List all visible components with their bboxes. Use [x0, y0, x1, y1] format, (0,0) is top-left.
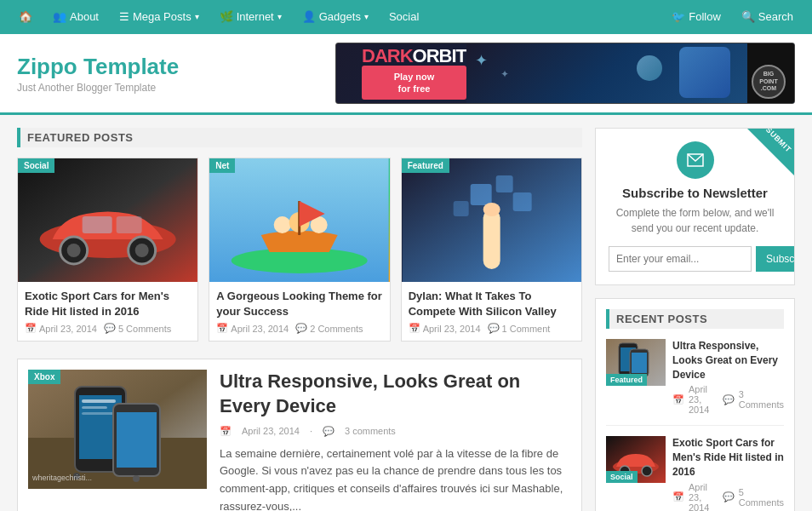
card-date: 📅 April 23, 2014 — [25, 323, 97, 334]
big-post-meta: 📅 April 23, 2014 · 💬 3 comments — [220, 426, 571, 437]
card-badge: Featured — [402, 158, 449, 173]
svg-rect-6 — [83, 216, 112, 233]
caret-icon: ▾ — [277, 0, 282, 34]
home-icon: 🏠 — [19, 0, 32, 34]
recent-thumb: Social — [606, 436, 666, 483]
recent-meta: 📅 April 23, 2014 💬 5 Comments — [672, 482, 784, 511]
card-title: A Gorgeous Looking Theme for your Succes… — [216, 289, 382, 319]
comment-icon: 💬 — [723, 394, 735, 405]
calendar-icon: 📅 — [672, 394, 684, 405]
newsletter-email-input[interactable] — [609, 246, 752, 272]
svg-rect-20 — [483, 210, 500, 269]
svg-rect-27 — [82, 406, 107, 409]
card-comments: 💬 1 Comment — [488, 323, 551, 334]
calendar-icon: 📅 — [220, 426, 232, 437]
card-image — [209, 158, 389, 282]
comment-icon: 💬 — [323, 426, 335, 437]
big-post[interactable]: Xbox wheritagechristi... Ultra Responsiv… — [17, 359, 582, 511]
nav-follow[interactable]: 🐦 Follow — [661, 0, 731, 34]
mega-posts-icon: ☰ — [119, 0, 129, 34]
banner-play-btn[interactable]: Play nowfor free — [362, 66, 466, 100]
banner-logo: DARKORBIT — [349, 47, 466, 66]
recent-badge: Featured — [606, 374, 647, 386]
search-icon: 🔍 — [741, 0, 755, 34]
featured-section-title: FEATURED POSTS — [17, 128, 582, 147]
banner-badge: BIGPOINT.COM — [752, 65, 786, 99]
calendar-icon: 📅 — [25, 323, 37, 334]
site-branding: Zippo Template Just Another Blogger Temp… — [17, 54, 179, 94]
recent-post-item[interactable]: Featured Ultra Responsive, Looks Great o… — [606, 339, 784, 426]
card-image-wrap: Social — [18, 158, 197, 282]
comment-icon: 💬 — [295, 323, 307, 334]
featured-card[interactable]: Featured Dylan: What It Takes To Compete… — [401, 158, 582, 342]
card-body: Exotic Sport Cars for Men's Ride Hit lis… — [18, 282, 197, 341]
recent-posts-section: RECENT POSTS — [595, 298, 795, 511]
card-date: 📅 April 23, 2014 — [409, 323, 481, 334]
newsletter-desc: Complete the form below, and we'll send … — [609, 205, 781, 236]
nav-home[interactable]: 🏠 — [9, 0, 43, 34]
caret-icon: ▾ — [195, 0, 199, 34]
card-meta: 📅 April 23, 2014 💬 5 Comments — [25, 323, 191, 334]
card-title: Dylan: What It Takes To Compete With Sil… — [409, 289, 575, 319]
recent-title: Exotic Sport Cars for Men's Ride Hit lis… — [672, 436, 784, 479]
recent-content: Ultra Responsive, Looks Great on Every D… — [672, 339, 784, 415]
nav-search[interactable]: 🔍 Search — [731, 0, 803, 34]
svg-point-5 — [135, 244, 149, 257]
svg-point-21 — [483, 203, 500, 216]
submit-label: SUBMIT — [763, 128, 792, 154]
newsletter-subscribe-button[interactable]: Subscribe — [756, 246, 795, 272]
twitter-icon: 🐦 — [672, 0, 685, 34]
comment-icon: 💬 — [723, 491, 735, 502]
big-post-content: Ultra Responsive, Looks Great on Every D… — [220, 370, 571, 511]
recent-content: Exotic Sport Cars for Men's Ride Hit lis… — [672, 436, 784, 511]
recent-post-item[interactable]: Social Exotic Sport Cars for Men's Ride … — [606, 436, 784, 511]
svg-point-10 — [274, 216, 291, 233]
about-icon: 👥 — [53, 0, 66, 34]
calendar-icon: 📅 — [672, 491, 684, 502]
calendar-icon: 📅 — [216, 323, 228, 334]
sidebar: SUBMIT Subscribe to Newsletter Complete … — [595, 128, 795, 511]
nav-mega-posts[interactable]: ☰ Mega Posts ▾ — [109, 0, 209, 34]
big-post-title: Ultra Responsive, Looks Great on Every D… — [220, 370, 571, 418]
svg-rect-19 — [512, 192, 531, 211]
recent-thumb: Featured — [606, 339, 666, 386]
recent-title: Ultra Responsive, Looks Great on Every D… — [672, 339, 784, 382]
svg-point-32 — [133, 475, 140, 482]
card-date: 📅 April 23, 2014 — [216, 323, 289, 334]
card-meta: 📅 April 23, 2014 💬 2 Comments — [216, 323, 382, 334]
nav-gadgets[interactable]: 👤 Gadgets ▾ — [292, 0, 379, 34]
recent-meta: 📅 April 23, 2014 💬 3 Comments — [672, 384, 784, 415]
newsletter-title: Subscribe to Newsletter — [609, 186, 781, 200]
nav-social[interactable]: Social — [379, 0, 429, 34]
svg-point-41 — [642, 466, 652, 476]
card-image-wrap: Featured — [402, 158, 581, 282]
svg-point-3 — [67, 244, 81, 257]
svg-rect-17 — [495, 175, 512, 192]
svg-rect-37 — [632, 353, 647, 373]
nav-internet[interactable]: 🌿 Internet ▾ — [209, 0, 292, 34]
featured-card[interactable]: Social Exotic Sport Cars for Men's Ride … — [17, 158, 198, 342]
card-badge: Social — [18, 158, 54, 173]
svg-rect-18 — [453, 201, 468, 216]
banner-ad[interactable]: DARKORBIT Play nowfor free ✦ ✦ BIGPOINT.… — [335, 43, 795, 104]
svg-rect-26 — [82, 399, 116, 403]
comment-icon: 💬 — [104, 323, 116, 334]
featured-card[interactable]: Net A Gorgeous Looking Theme for your Su… — [209, 158, 390, 342]
card-title: Exotic Sport Cars for Men's Ride Hit lis… — [25, 289, 191, 319]
newsletter-form: Subscribe — [609, 246, 781, 272]
card-body: A Gorgeous Looking Theme for your Succes… — [209, 282, 389, 341]
main-nav: 🏠 👥 About ☰ Mega Posts ▾ 🌿 Internet ▾ 👤 … — [0, 0, 812, 34]
svg-rect-16 — [470, 184, 491, 205]
comment-icon: 💬 — [488, 323, 500, 334]
card-image — [18, 158, 197, 282]
card-badge: Net — [209, 158, 235, 173]
card-meta: 📅 April 23, 2014 💬 1 Comment — [409, 323, 575, 334]
recent-posts-title: RECENT POSTS — [606, 309, 784, 329]
card-body: Dylan: What It Takes To Compete With Sil… — [402, 282, 581, 341]
nav-about[interactable]: 👥 About — [43, 0, 109, 34]
card-comments: 💬 5 Comments — [104, 323, 171, 334]
recent-badge: Social — [606, 471, 638, 483]
email-icon — [686, 152, 705, 168]
svg-rect-30 — [117, 412, 157, 468]
svg-rect-7 — [117, 216, 142, 233]
